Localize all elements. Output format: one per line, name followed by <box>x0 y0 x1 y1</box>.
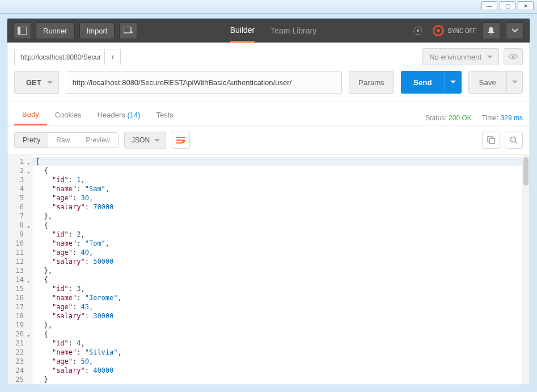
status-value: 200 OK <box>449 114 472 122</box>
wrap-icon <box>176 136 186 144</box>
time-value: 329 ms <box>501 114 523 122</box>
toggle-sidebar-button[interactable] <box>13 22 31 39</box>
top-toolbar: Runner Import Builder Team Library SYNC … <box>7 19 530 43</box>
svg-point-7 <box>491 33 492 35</box>
svg-point-8 <box>512 56 515 58</box>
time-meta: Time: 329 ms <box>482 114 523 122</box>
save-button[interactable]: Save <box>468 71 507 94</box>
status-meta: Status: 200 OK <box>425 114 471 122</box>
view-preview[interactable]: Preview <box>78 133 118 147</box>
view-mode-group: Pretty Raw Preview <box>14 132 119 148</box>
response-body[interactable]: 1▾2▾345678▾91011121314▾151617181920▾2122… <box>7 154 530 385</box>
eye-icon <box>508 53 518 60</box>
response-tabs: Body Cookies Headers (14) Tests Status: … <box>7 102 530 125</box>
sync-label: SYNC OFF <box>447 28 476 34</box>
menu-button[interactable] <box>506 22 524 39</box>
search-icon <box>510 136 518 144</box>
svg-rect-12 <box>489 138 494 144</box>
tab-headers-count: (14) <box>127 111 140 119</box>
tab-headers[interactable]: Headers (14) <box>90 111 149 125</box>
window-maximize-button[interactable]: ▢ <box>500 1 515 10</box>
notifications-button[interactable] <box>482 22 500 39</box>
tab-cookies[interactable]: Cookies <box>47 111 90 125</box>
response-view-bar: Pretty Raw Preview JSON <box>7 125 530 154</box>
svg-point-6 <box>417 29 419 32</box>
request-row: GET Params Send Save <box>7 71 530 102</box>
search-response-button[interactable] <box>505 132 523 149</box>
import-button[interactable]: Import <box>79 22 115 39</box>
bell-icon <box>487 27 495 35</box>
new-window-button[interactable] <box>119 22 137 39</box>
http-method-selector[interactable]: GET <box>14 71 59 94</box>
new-window-icon <box>124 27 133 35</box>
view-pretty[interactable]: Pretty <box>15 133 48 147</box>
app-window: Runner Import Builder Team Library SYNC … <box>7 18 530 385</box>
satellite-icon <box>413 26 423 36</box>
tab-builder[interactable]: Builder <box>230 19 255 43</box>
sync-icon <box>433 25 444 36</box>
svg-rect-1 <box>18 27 20 35</box>
environment-preview-button[interactable] <box>504 48 523 65</box>
window-minimize-button[interactable]: — <box>481 1 497 10</box>
sidebar-icon <box>18 27 27 35</box>
svg-point-13 <box>511 137 516 142</box>
copy-response-button[interactable] <box>482 132 500 149</box>
svg-rect-2 <box>124 27 131 33</box>
scrollbar-thumb[interactable] <box>523 157 528 186</box>
copy-icon <box>487 136 495 144</box>
new-tab-button[interactable]: + <box>105 49 121 65</box>
window-titlebar: — ▢ ✕ <box>0 0 537 14</box>
request-tab-bar: http://localhost:8080/Secur + No environ… <box>7 43 530 71</box>
svg-line-14 <box>515 142 517 144</box>
send-button[interactable]: Send <box>401 71 445 94</box>
wrap-lines-button[interactable] <box>172 132 190 149</box>
runner-button[interactable]: Runner <box>36 22 75 39</box>
format-selector[interactable]: JSON <box>124 132 166 149</box>
tab-team-library[interactable]: Team Library <box>270 19 316 43</box>
view-raw[interactable]: Raw <box>48 133 78 147</box>
tab-body[interactable]: Body <box>14 110 47 125</box>
url-input[interactable] <box>66 71 342 94</box>
tab-tests[interactable]: Tests <box>149 111 181 125</box>
tab-headers-label: Headers <box>98 111 125 119</box>
send-options-button[interactable] <box>445 71 462 94</box>
params-button[interactable]: Params <box>349 71 394 94</box>
sync-status[interactable]: SYNC OFF <box>433 25 476 36</box>
scrollbar[interactable] <box>522 155 530 385</box>
environment-selector[interactable]: No environment <box>422 48 499 65</box>
window-close-button[interactable]: ✕ <box>518 1 534 10</box>
request-tab[interactable]: http://localhost:8080/Secur <box>14 49 105 65</box>
chevron-down-icon <box>511 28 518 33</box>
save-options-button[interactable] <box>507 71 523 94</box>
interceptor-button[interactable] <box>409 22 427 39</box>
